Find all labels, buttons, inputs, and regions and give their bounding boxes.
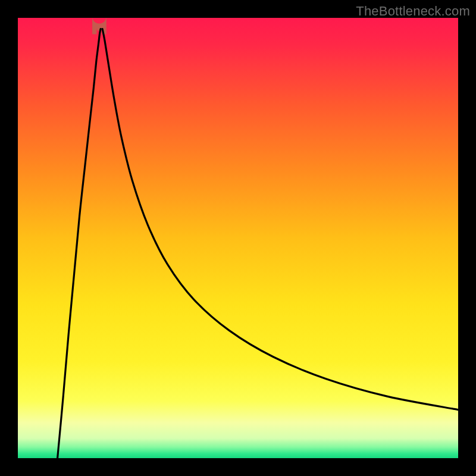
bottleneck-curve [18,18,458,458]
watermark-text: TheBottleneck.com [356,4,470,19]
plot-area [18,18,458,458]
chart-frame: TheBottleneck.com [0,0,476,476]
